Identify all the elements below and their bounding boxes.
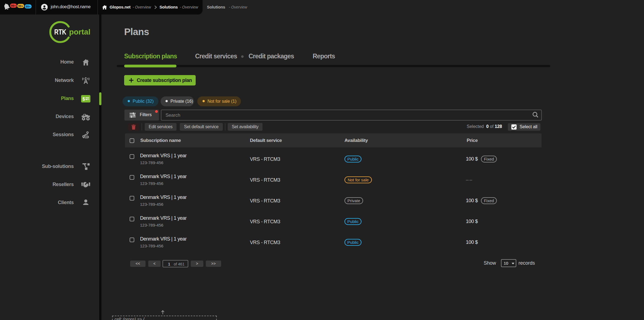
svg-text:portal: portal bbox=[69, 28, 90, 36]
svg-text:$: $ bbox=[82, 97, 85, 101]
svg-text:RTK: RTK bbox=[54, 28, 66, 36]
